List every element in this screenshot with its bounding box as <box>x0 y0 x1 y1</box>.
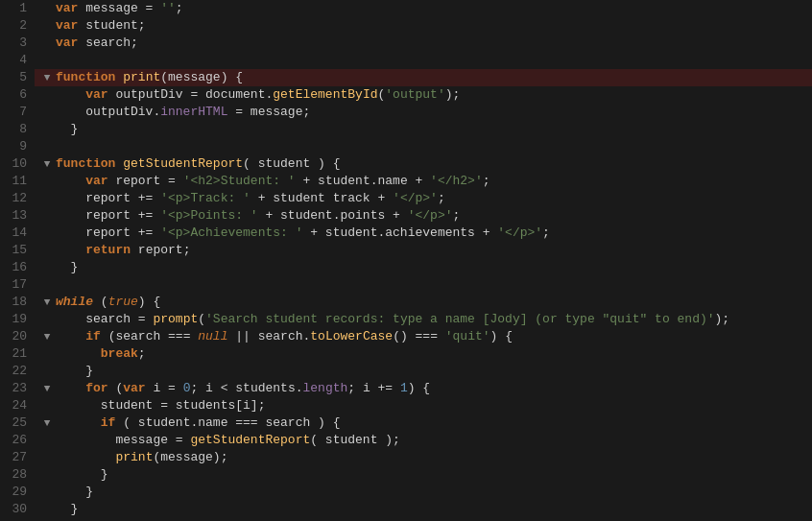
code-line-24: student = students[i]; <box>35 397 812 414</box>
ln-17: 17 <box>8 276 27 294</box>
ln-23: 23 <box>8 380 27 397</box>
code-line-17 <box>35 276 812 294</box>
gutter-18[interactable]: ▼ <box>38 294 56 311</box>
code-line-15: return report; <box>35 242 812 259</box>
code-line-27: print(message); <box>35 449 812 466</box>
ln-5: 5 <box>8 69 27 86</box>
code-line-28: } <box>35 466 812 484</box>
ln-22: 22 <box>8 363 27 380</box>
ln-8: 8 <box>8 121 27 138</box>
code-line-13: report += '<p>Points: ' + student.points… <box>35 207 812 225</box>
ln-14: 14 <box>8 225 27 242</box>
ln-18: 18 <box>8 294 27 311</box>
code-line-1: var message = ''; <box>35 0 812 17</box>
ln-28: 28 <box>8 466 27 484</box>
line-numbers: 1 2 3 4 5 6 7 8 9 10 11 12 13 14 15 16 1… <box>0 0 35 521</box>
ln-7: 7 <box>8 104 27 121</box>
code-editor: 1 2 3 4 5 6 7 8 9 10 11 12 13 14 15 16 1… <box>0 0 812 521</box>
code-line-2: var student; <box>35 17 812 35</box>
code-line-19: search = prompt('Search student records:… <box>35 311 812 328</box>
code-line-5: ▼ function print(message) { <box>35 69 812 86</box>
code-line-30: } <box>35 501 812 518</box>
code-line-11: var report = '<h2>Student: ' + student.n… <box>35 173 812 190</box>
ln-13: 13 <box>8 207 27 225</box>
ln-9: 9 <box>8 138 27 155</box>
gutter-20[interactable]: ▼ <box>38 328 56 345</box>
code-line-4 <box>35 52 812 69</box>
code-line-25: ▼ if ( student.name === search ) { <box>35 414 812 432</box>
gutter-10[interactable]: ▼ <box>38 155 56 173</box>
code-line-22: } <box>35 363 812 380</box>
code-line-8: } <box>35 121 812 138</box>
ln-25: 25 <box>8 414 27 432</box>
ln-26: 26 <box>8 432 27 449</box>
code-line-20: ▼ if (search === null || search.toLowerC… <box>35 328 812 345</box>
code-line-6: var outputDiv = document.getElementById(… <box>35 86 812 104</box>
code-line-21: break; <box>35 345 812 363</box>
ln-12: 12 <box>8 190 27 207</box>
ln-1: 1 <box>8 0 27 17</box>
code-line-3: var search; <box>35 35 812 52</box>
ln-10: 10 <box>8 155 27 173</box>
gutter-23[interactable]: ▼ <box>38 380 56 397</box>
ln-30: 30 <box>8 501 27 518</box>
ln-16: 16 <box>8 259 27 276</box>
ln-27: 27 <box>8 449 27 466</box>
ln-24: 24 <box>8 397 27 414</box>
code-line-23: ▼ for (var i = 0; i < students.length; i… <box>35 380 812 397</box>
ln-20: 20 <box>8 328 27 345</box>
ln-19: 19 <box>8 311 27 328</box>
gutter-25[interactable]: ▼ <box>38 414 56 432</box>
ln-3: 3 <box>8 35 27 52</box>
gutter-5[interactable]: ▼ <box>38 69 56 86</box>
ln-21: 21 <box>8 345 27 363</box>
code-line-10: ▼ function getStudentReport( student ) { <box>35 155 812 173</box>
ln-15: 15 <box>8 242 27 259</box>
ln-2: 2 <box>8 17 27 35</box>
code-content: var message = ''; var student; var searc… <box>35 0 812 521</box>
code-line-18: ▼ while (true) { <box>35 294 812 311</box>
ln-6: 6 <box>8 86 27 104</box>
code-line-16: } <box>35 259 812 276</box>
code-line-29: } <box>35 484 812 501</box>
code-line-9 <box>35 138 812 155</box>
code-line-14: report += '<p>Achievements: ' + student.… <box>35 225 812 242</box>
code-line-26: message = getStudentReport( student ); <box>35 432 812 449</box>
ln-4: 4 <box>8 52 27 69</box>
code-line-7: outputDiv.innerHTML = message; <box>35 104 812 121</box>
ln-11: 11 <box>8 173 27 190</box>
ln-29: 29 <box>8 484 27 501</box>
code-line-12: report += '<p>Track: ' + student track +… <box>35 190 812 207</box>
